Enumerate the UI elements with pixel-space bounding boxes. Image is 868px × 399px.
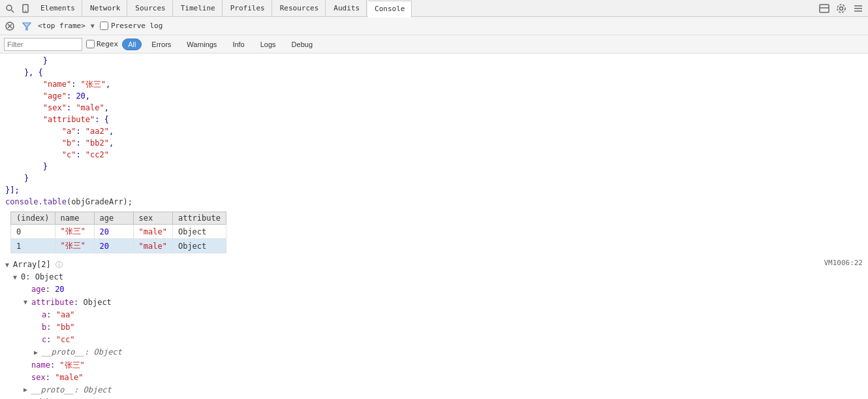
- code-line: }: [5, 172, 863, 184]
- tree-row-name-0: name: "张三": [5, 359, 863, 372]
- regex-checkbox[interactable]: [86, 40, 95, 48]
- cell-index: 0: [11, 225, 55, 239]
- preserve-log-label: Preserve log: [100, 22, 163, 30]
- tree-section: Array[2] ⓘ 0: Object age: 20 attribute: …: [0, 257, 868, 399]
- svg-marker-14: [23, 23, 31, 30]
- tree-section-wrapper: Array[2] ⓘ 0: Object age: 20 attribute: …: [0, 257, 868, 399]
- tab-console[interactable]: Console: [368, 1, 412, 18]
- code-line: "age": 20,: [5, 90, 863, 102]
- dock-icon[interactable]: [817, 1, 831, 16]
- tree-arrow-proto-attr-0[interactable]: [34, 347, 42, 358]
- console-toolbar: <top frame> ▼ Preserve log: [0, 17, 868, 35]
- cell-age: 20: [94, 239, 133, 253]
- tree-row-age-0: age: 20: [5, 283, 863, 296]
- tab-profiles[interactable]: Profiles: [224, 0, 272, 17]
- mobile-icon[interactable]: [18, 1, 33, 16]
- cell-index: 1: [11, 239, 55, 253]
- menu-icon[interactable]: [851, 1, 865, 16]
- tree-row-1[interactable]: 1: Object: [5, 396, 863, 399]
- filter-btn-logs[interactable]: Logs: [255, 39, 282, 50]
- console-content: } }, { "name": "张三", "age": 20, "sex": "…: [0, 54, 868, 399]
- tree-row-0[interactable]: 0: Object: [5, 271, 863, 283]
- tab-elements[interactable]: Elements: [34, 0, 82, 17]
- filter-btn-warnings[interactable]: Warnings: [181, 39, 223, 50]
- col-header-attribute: attribute: [172, 212, 226, 225]
- filter-btn-all[interactable]: All: [122, 39, 142, 50]
- tab-bar: Elements Network Sources Timeline Profil…: [0, 0, 868, 17]
- code-line: "a": "aa2",: [5, 125, 863, 137]
- frame-dropdown-arrow[interactable]: ▼: [91, 22, 95, 29]
- table-row[interactable]: 0 "张三" 20 "male" Object: [11, 225, 226, 239]
- code-line: "sex": "male",: [5, 102, 863, 114]
- tab-resources[interactable]: Resources: [273, 0, 326, 17]
- preserve-log-checkbox[interactable]: [100, 22, 108, 30]
- tree-row-a-0: a: "aa": [5, 309, 863, 321]
- tab-network[interactable]: Network: [84, 0, 127, 17]
- svg-point-6: [840, 7, 843, 10]
- col-header-name: name: [55, 212, 94, 225]
- cell-name: "张三": [55, 239, 94, 253]
- settings-icon[interactable]: [834, 1, 848, 16]
- tree-row-b-0: b: "bb": [5, 321, 863, 334]
- filter-btn-debug[interactable]: Debug: [286, 39, 318, 50]
- code-line: }: [5, 161, 863, 172]
- svg-rect-3: [25, 10, 27, 11]
- cell-age: 20: [94, 225, 133, 239]
- tree-arrow-proto-0[interactable]: [23, 385, 31, 395]
- filter-btn-info[interactable]: Info: [226, 39, 250, 50]
- tree-arrow-0[interactable]: [13, 272, 21, 283]
- tab-audits[interactable]: Audits: [327, 0, 367, 17]
- col-header-sex: sex: [133, 212, 172, 225]
- svg-line-1: [12, 10, 14, 12]
- tree-row-proto-attr-0[interactable]: __proto__: Object: [5, 346, 863, 359]
- magnify-icon[interactable]: [3, 1, 17, 16]
- code-line: }: [5, 55, 863, 67]
- regex-label: Regex: [86, 40, 118, 48]
- tab-sources[interactable]: Sources: [129, 0, 172, 17]
- tree-row-array[interactable]: Array[2] ⓘ: [5, 259, 863, 271]
- col-header-age: age: [94, 212, 133, 225]
- cell-name: "张三": [55, 225, 94, 239]
- console-call-line: console.table(objGradeArr);: [5, 196, 863, 208]
- code-line: "c": "cc2": [5, 149, 863, 161]
- table-row[interactable]: 1 "张三" 20 "male" Object: [11, 239, 226, 253]
- cell-attribute: Object: [172, 225, 226, 239]
- cell-attribute: Object: [172, 239, 226, 253]
- tree-row-c-0: c: "cc": [5, 334, 863, 346]
- table-wrapper: (index) name age sex attribute 0 "张三" 20…: [0, 209, 868, 257]
- col-header-index: (index): [11, 212, 55, 225]
- code-line: "attribute": {: [5, 114, 863, 125]
- cell-sex: "male": [133, 239, 172, 253]
- vm-link[interactable]: VM1006:22: [824, 259, 863, 267]
- svg-point-0: [7, 5, 12, 10]
- cell-sex: "male": [133, 225, 172, 239]
- filter-input[interactable]: [4, 38, 82, 51]
- console-table: (index) name age sex attribute 0 "张三" 20…: [10, 212, 226, 253]
- tree-row-proto-0[interactable]: __proto__: Object: [5, 384, 863, 396]
- code-line: }];: [5, 184, 863, 196]
- tree-row-attr-0[interactable]: attribute: Object: [5, 296, 863, 309]
- tree-arrow-array[interactable]: [5, 260, 13, 270]
- code-block: } }, { "name": "张三", "age": 20, "sex": "…: [0, 54, 868, 209]
- clear-icon[interactable]: [4, 20, 16, 32]
- svg-rect-4: [820, 5, 829, 12]
- tab-timeline[interactable]: Timeline: [174, 0, 223, 17]
- filter-bar: Regex All Errors Warnings Info Logs Debu…: [0, 35, 868, 54]
- tree-arrow-attr-0[interactable]: [23, 297, 31, 308]
- filter-btn-errors[interactable]: Errors: [146, 39, 177, 50]
- frame-selector: <top frame>: [38, 22, 85, 30]
- svg-point-7: [837, 5, 845, 12]
- code-line: }, {: [5, 67, 863, 78]
- tree-row-sex-0: sex: "male": [5, 372, 863, 384]
- code-line: "b": "bb2",: [5, 137, 863, 149]
- filter-icon[interactable]: [21, 20, 33, 32]
- code-line: "name": "张三",: [5, 78, 863, 90]
